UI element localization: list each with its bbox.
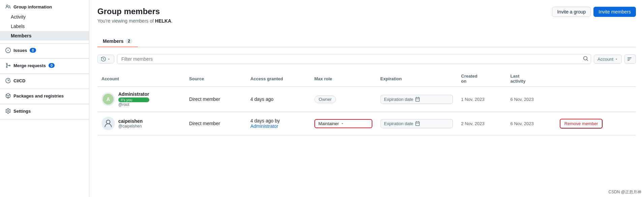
header-action-buttons: Invite a group Invite members — [552, 7, 636, 17]
search-icon — [583, 56, 588, 61]
group-icon — [5, 4, 11, 9]
page-title: Group members — [97, 7, 173, 16]
subtitle-group: HELKA — [155, 18, 171, 24]
table-row: caipeishen @caipeishen Direct member 4 d… — [97, 112, 636, 135]
admin-name: Administrator — [118, 91, 149, 97]
cell-expiration-admin: Expiration date — [376, 87, 457, 112]
caipeishen-expiration-input[interactable]: Expiration date — [380, 119, 453, 128]
caipeishen-name: caipeishen — [118, 118, 143, 124]
history-icon — [101, 57, 106, 61]
sidebar-settings-label: Settings — [13, 109, 31, 114]
sidebar-section-group-information[interactable]: Group information — [0, 1, 89, 12]
sidebar-packages-label: Packages and registries — [13, 93, 64, 98]
sidebar-section-packages[interactable]: Packages and registries — [0, 90, 89, 101]
cell-account-admin: A Administrator It's you @root — [97, 87, 185, 112]
table-header: Account Source Access granted Max role E… — [97, 71, 636, 87]
sidebar-group-merge-requests: Merge requests 0 — [0, 59, 89, 74]
admin-expiration-placeholder: Expiration date — [384, 97, 413, 102]
admin-source: Direct member — [189, 96, 220, 102]
admin-access-granted: 4 days ago — [250, 96, 274, 102]
sidebar-section-cicd[interactable]: CI/CD — [0, 75, 89, 86]
subtitle-prefix: You're viewing members of — [97, 18, 155, 24]
caipeishen-access-link[interactable]: Administrator — [250, 123, 278, 129]
admin-expiration-input[interactable]: Expiration date — [380, 95, 453, 104]
merge-icon — [5, 63, 11, 68]
sidebar-section-merge-requests[interactable]: Merge requests 0 — [0, 60, 89, 71]
col-account: Account — [97, 71, 185, 87]
caipeishen-access-prefix: 4 days ago by — [250, 118, 280, 123]
settings-icon — [5, 108, 11, 114]
sidebar-item-members-label: Members — [11, 33, 31, 38]
subtitle-suffix: . — [171, 18, 173, 24]
calendar-icon-caipeishen — [415, 121, 420, 126]
admin-created-on: 1 Nov, 2023 — [461, 97, 484, 102]
tab-members[interactable]: Members 2 — [97, 36, 138, 47]
cell-activity-caipeishen: 6 Nov, 2023 — [507, 112, 556, 135]
sort-order-button[interactable] — [624, 54, 636, 64]
tab-members-count: 2 — [125, 38, 132, 44]
caipeishen-role-select[interactable]: Maintainer — [314, 119, 372, 128]
packages-icon — [5, 93, 11, 98]
sidebar-item-activity-label: Activity — [11, 14, 26, 20]
sidebar-section-label: Group information — [13, 4, 52, 9]
watermark: CSDN @正忽月神 — [608, 189, 641, 195]
cell-actions-caipeishen: Remove member — [556, 112, 636, 135]
col-access-granted: Access granted — [246, 71, 310, 87]
cell-account-caipeishen: caipeishen @caipeishen — [97, 112, 185, 135]
sidebar-group-issues: Issues 0 — [0, 44, 89, 59]
member-account-caipeishen: caipeishen @caipeishen — [101, 117, 181, 130]
remove-member-button[interactable]: Remove member — [560, 119, 603, 129]
sidebar-item-members[interactable]: Members — [0, 31, 89, 40]
tab-members-label: Members — [103, 38, 123, 44]
cell-activity-admin: 6 Nov, 2023 — [507, 87, 556, 112]
col-created-on: Createdon — [457, 71, 506, 87]
sidebar-section-settings[interactable]: Settings — [0, 106, 89, 116]
page-subtitle: You're viewing members of HELKA. — [97, 18, 173, 24]
sidebar-item-labels-label: Labels — [11, 24, 25, 29]
issues-badge: 0 — [30, 48, 36, 53]
caipeishen-last-activity: 6 Nov, 2023 — [511, 121, 534, 126]
col-actions — [556, 71, 636, 87]
sidebar: Group information Activity Labels Member… — [0, 0, 89, 197]
cell-expiration-caipeishen: Expiration date — [376, 112, 457, 135]
chevron-down-icon — [107, 57, 111, 61]
cell-role-admin: Owner — [310, 87, 376, 112]
invite-members-button[interactable]: Invite members — [593, 7, 636, 17]
page-header: Group members You're viewing members of … — [97, 7, 636, 30]
cell-role-caipeishen: Maintainer — [310, 112, 376, 135]
sidebar-item-labels[interactable]: Labels — [0, 22, 89, 31]
issues-icon — [5, 48, 11, 53]
cell-access-caipeishen: 4 days ago by Administrator — [246, 112, 310, 135]
caipeishen-handle: @caipeishen — [118, 124, 143, 129]
sort-order-icon — [627, 56, 633, 62]
sidebar-group-information: Group information Activity Labels Member… — [0, 0, 89, 44]
sort-label: Account — [597, 57, 613, 62]
caipeishen-created-on: 2 Nov, 2023 — [461, 121, 484, 126]
sidebar-issues-label: Issues — [13, 48, 27, 53]
svg-text:A: A — [106, 96, 110, 102]
sidebar-section-issues[interactable]: Issues 0 — [0, 45, 89, 56]
sidebar-item-activity[interactable]: Activity — [0, 12, 89, 22]
sort-account-button[interactable]: Account — [594, 55, 622, 64]
member-account-admin: A Administrator It's you @root — [101, 91, 181, 107]
filter-members-input[interactable] — [117, 54, 591, 64]
members-table: Account Source Access granted Max role E… — [97, 71, 636, 135]
sidebar-group-settings: Settings — [0, 104, 89, 119]
member-info-admin: Administrator It's you @root — [118, 91, 149, 107]
chevron-down-icon-sort — [615, 57, 618, 61]
filter-history-button[interactable] — [97, 55, 114, 63]
main-content: Group members You're viewing members of … — [89, 0, 644, 197]
calendar-icon-admin — [415, 97, 420, 102]
invite-group-button[interactable]: Invite a group — [552, 7, 591, 17]
filter-bar: Account — [97, 54, 636, 64]
col-expiration: Expiration — [376, 71, 457, 87]
search-button[interactable] — [583, 56, 588, 62]
caipeishen-expiration-placeholder: Expiration date — [384, 121, 413, 126]
cell-source-admin: Direct member — [185, 87, 246, 112]
cell-created-caipeishen: 2 Nov, 2023 — [457, 112, 506, 135]
avatar-admin: A — [101, 92, 115, 106]
cell-created-admin: 1 Nov, 2023 — [457, 87, 506, 112]
its-you-badge: It's you — [118, 97, 149, 102]
person-icon — [103, 119, 113, 128]
sidebar-group-packages: Packages and registries — [0, 89, 89, 104]
